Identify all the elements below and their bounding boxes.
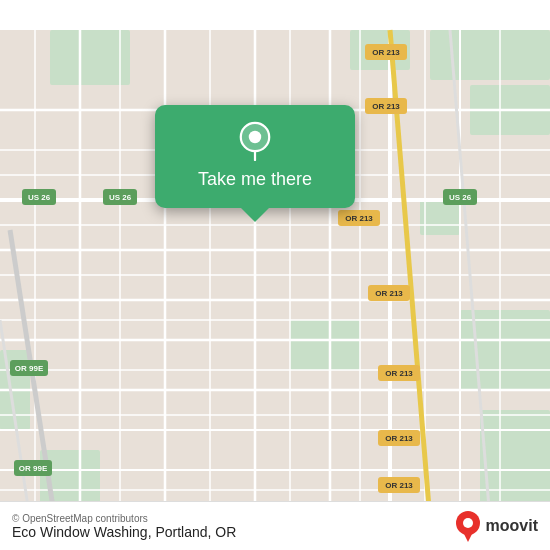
place-name: Eco Window Washing, Portland, OR: [12, 524, 236, 540]
bottom-bar: © OpenStreetMap contributors Eco Window …: [0, 501, 550, 550]
location-pin-icon: [235, 121, 275, 161]
svg-point-72: [463, 518, 473, 528]
svg-text:OR 213: OR 213: [372, 102, 400, 111]
svg-rect-6: [290, 320, 360, 370]
svg-text:US 26: US 26: [109, 193, 132, 202]
moovit-icon: [454, 510, 482, 542]
svg-text:OR 213: OR 213: [345, 214, 373, 223]
svg-text:OR 213: OR 213: [385, 481, 413, 490]
svg-rect-3: [430, 30, 550, 80]
svg-text:OR 99E: OR 99E: [15, 364, 44, 373]
osm-attribution: © OpenStreetMap contributors: [12, 513, 236, 524]
svg-text:OR 213: OR 213: [375, 289, 403, 298]
svg-marker-71: [462, 530, 474, 542]
svg-text:OR 213: OR 213: [385, 434, 413, 443]
take-me-there-label: Take me there: [198, 169, 312, 190]
moovit-brand-text: moovit: [486, 517, 538, 535]
svg-text:US 26: US 26: [449, 193, 472, 202]
svg-rect-8: [420, 200, 460, 235]
take-me-there-popup[interactable]: Take me there: [155, 105, 355, 208]
svg-point-69: [249, 131, 261, 143]
svg-text:OR 213: OR 213: [385, 369, 413, 378]
bottom-bar-info: © OpenStreetMap contributors Eco Window …: [12, 513, 236, 540]
svg-text:OR 99E: OR 99E: [19, 464, 48, 473]
map-container: OR 213 OR 213 OR 213 OR 213 OR 213 OR 21…: [0, 0, 550, 550]
svg-text:US 26: US 26: [28, 193, 51, 202]
svg-text:OR 213: OR 213: [372, 48, 400, 57]
svg-rect-1: [50, 30, 130, 85]
moovit-logo: moovit: [454, 510, 538, 542]
